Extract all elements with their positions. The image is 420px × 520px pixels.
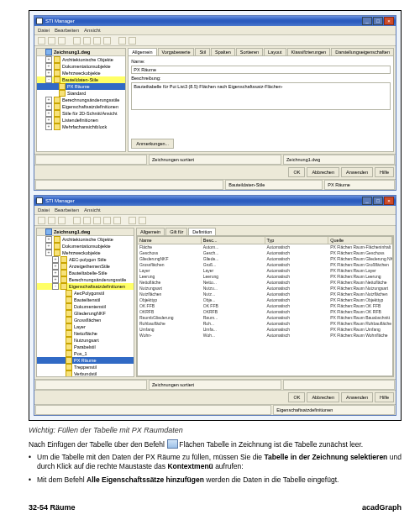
collapse-icon[interactable]: - — [52, 283, 59, 290]
table-row[interactable]: GrossflächenGroß...AutomatischPX Flächen… — [138, 262, 392, 268]
hilfe-button[interactable]: Hilfe — [375, 167, 394, 177]
tree-item[interactable]: +AEC-polygon Stile — [37, 256, 134, 263]
ok-button[interactable]: OK — [288, 167, 305, 177]
table-row[interactable]: FlächeAutom...AutomatischPX Flächen Raum… — [138, 244, 392, 250]
tool-icon[interactable] — [73, 37, 81, 45]
table-row[interactable]: NutzflächenNutz...AutomatischPX Flächen:… — [138, 292, 392, 297]
table-row[interactable]: LayerLayerAutomatischPX Flächen:Raum Lay… — [138, 268, 392, 274]
grid-header-cell[interactable]: Quelle — [328, 237, 392, 244]
tab[interactable]: Sortieren — [236, 48, 263, 55]
tool-icon[interactable] — [73, 217, 81, 224]
expand-icon[interactable]: + — [45, 56, 52, 63]
tree-item[interactable]: Grossflächen — [37, 317, 134, 323]
tree-item[interactable]: Treppenstil — [37, 364, 134, 370]
table-row[interactable]: OKRFBOKRFBAutomatischPX Flächen:Raum OK … — [138, 309, 392, 315]
tab[interactable]: Definition — [188, 228, 216, 235]
tree-item[interactable]: +Architektonische Objekte — [37, 236, 134, 243]
tree-item[interactable]: +Architektonische Objekte — [37, 56, 125, 63]
ok-button[interactable]: OK — [288, 392, 305, 402]
tree-item[interactable]: +AnzeigethemenStile — [37, 263, 134, 270]
table-row[interactable]: GliederungNKFGliede...AutomatischPX Fläc… — [138, 256, 392, 262]
definition-grid[interactable]: NameBesc...TypQuelle FlächeAutom...Autom… — [137, 236, 393, 376]
table-row[interactable]: NettoflächeNetto...AutomatischPX Flächen… — [138, 280, 392, 286]
grid-header-cell[interactable]: Besc... — [202, 237, 265, 244]
table-row[interactable]: RohbauflächeRoh...AutomatischPX Flächen:… — [138, 321, 392, 327]
tree-item[interactable]: PX Räume — [37, 83, 125, 90]
tool-icon[interactable] — [129, 217, 136, 224]
tree-item[interactable]: Pos_1 — [37, 350, 134, 357]
tool-icon[interactable] — [118, 37, 126, 45]
minimize-icon[interactable]: _ — [362, 17, 372, 25]
tree-item[interactable]: +Dokumentationsobjekte — [37, 243, 134, 249]
table-row[interactable]: OK FFBOK FFBAutomatischPX Flächen:Raum O… — [138, 303, 392, 309]
expand-icon[interactable]: + — [45, 243, 52, 249]
collapse-icon[interactable]: - — [45, 76, 52, 83]
tab[interactable]: Vorgabewerte — [158, 48, 195, 55]
tree-item[interactable]: Nettofläche — [37, 330, 134, 337]
tool-icon[interactable] — [113, 217, 121, 224]
tab[interactable]: Layout — [264, 48, 286, 55]
tool-icon[interactable] — [38, 37, 45, 45]
maximize-icon[interactable]: □ — [373, 17, 383, 25]
expand-icon[interactable]: + — [45, 63, 52, 70]
tool-icon[interactable] — [58, 37, 66, 45]
tree-item[interactable]: -Eigenschaftsatzdefinitionen — [37, 283, 134, 290]
table-row[interactable]: Wohn-Woh...AutomatischPX Flächen:Raum Wo… — [138, 333, 392, 339]
menu-view[interactable]: Ansicht — [84, 28, 101, 33]
table-row[interactable]: GeschossGesch...AutomatischPX Flächen:Ra… — [138, 250, 392, 256]
tree-item[interactable]: Zeichnung1.dwg — [37, 49, 125, 56]
expand-icon[interactable]: + — [52, 270, 59, 276]
menu-edit[interactable]: Bearbeiten — [55, 28, 79, 33]
tree-item[interactable]: +Berechnungsänderungsstile — [37, 276, 134, 283]
tree-item[interactable]: Nutzungsart — [37, 337, 134, 344]
expand-icon[interactable]: + — [45, 117, 52, 123]
expand-icon[interactable]: + — [45, 110, 52, 117]
tree-item[interactable]: +Mehrzweckobjekte — [37, 70, 125, 76]
maximize-icon[interactable]: □ — [373, 197, 383, 205]
table-row[interactable]: UmfangUmfa...AutomatischPX Flächen:Raum … — [138, 327, 392, 333]
tree-item[interactable]: AecPolygonstil — [37, 290, 134, 297]
abbrechen-button[interactable]: Abbrechen — [307, 167, 339, 177]
expand-icon[interactable]: + — [52, 276, 59, 283]
tree-item[interactable]: +Mehrfachansichtblock — [37, 123, 125, 130]
name-field[interactable]: PX Räume — [131, 66, 391, 74]
notes-button[interactable]: Anmerkungen... — [131, 139, 174, 149]
close-icon[interactable]: × — [384, 197, 394, 205]
table-row[interactable]: LeerungLeerungAutomatischPX Flächen:Raum… — [138, 274, 392, 280]
tool-icon[interactable] — [93, 37, 101, 45]
tree-view-1[interactable]: Zeichnung1.dwg+Architektonische Objekte+… — [36, 48, 126, 152]
tool-icon[interactable] — [58, 217, 66, 224]
tool-icon[interactable] — [93, 217, 101, 224]
tree-item[interactable]: Verbundstil — [37, 370, 134, 377]
desc-field[interactable]: Bauteiltabelle für Poi List3 (8.5) Fläch… — [131, 82, 391, 110]
tool-icon[interactable] — [103, 37, 111, 45]
table-row[interactable]: ObjekttypObje...AutomatischPX Flächen:Ra… — [138, 297, 392, 303]
table-row[interactable]: NutzungsartNutzu...AutomatischPX Flächen… — [138, 286, 392, 292]
hilfe-button[interactable]: Hilfe — [375, 392, 394, 402]
anwenden-button[interactable]: Anwenden — [341, 392, 373, 402]
tree-item[interactable]: +Listendefinitionen — [37, 117, 125, 123]
tree-item[interactable]: Zeichnung1.dwg — [37, 228, 134, 236]
tool-icon[interactable] — [83, 37, 91, 45]
tree-item[interactable]: -Bauteildaten-Stile — [37, 76, 125, 83]
minimize-icon[interactable]: _ — [362, 197, 372, 205]
tree-item[interactable]: Parabelstil — [37, 344, 134, 350]
menu-edit[interactable]: Bearbeiten — [55, 207, 79, 213]
expand-icon[interactable]: + — [45, 123, 52, 130]
tool-icon[interactable] — [129, 37, 136, 45]
tree-item[interactable]: +Dokumentationsobjekte — [37, 63, 125, 70]
tree-item[interactable]: +Bauteiltabelle-Stile — [37, 270, 134, 276]
tool-icon[interactable] — [83, 217, 91, 224]
tree-item[interactable]: +Eigenschaftsatzdefinitionen — [37, 103, 125, 110]
tab[interactable]: Gilt für — [165, 228, 187, 235]
tree-item[interactable]: +Berechnungsänderungsstile — [37, 97, 125, 103]
tab[interactable]: Stil — [195, 48, 210, 55]
tree-item[interactable]: Layer — [37, 323, 134, 330]
anwenden-button[interactable]: Anwenden — [341, 167, 373, 177]
menu-file[interactable]: Datei — [38, 207, 50, 213]
tool-icon[interactable] — [48, 217, 55, 224]
grid-header-cell[interactable]: Name — [138, 237, 202, 244]
tab[interactable]: Darstellungseigenschaften — [331, 48, 394, 55]
tool-icon[interactable] — [48, 37, 55, 45]
menu-view[interactable]: Ansicht — [84, 207, 101, 213]
